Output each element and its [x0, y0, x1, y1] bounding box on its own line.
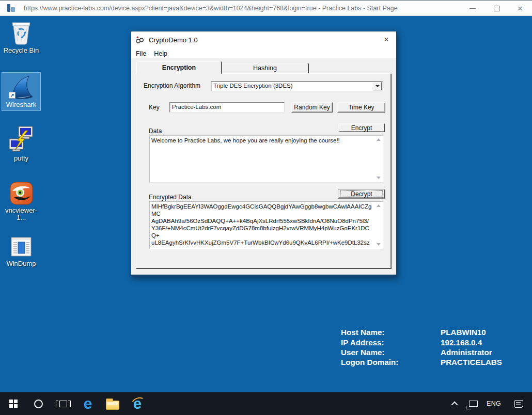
scrollbar-down-icon[interactable]: [377, 177, 381, 179]
shortcut-arrow-icon: ↗: [9, 92, 15, 99]
desktop-icon-label: putty: [2, 155, 40, 162]
desktop-icon-label: vncviewer-1...: [2, 207, 40, 221]
maximize-icon: [494, 6, 499, 11]
cryptodemo-menubar: File Help: [131, 49, 396, 58]
wireshark-icon: ↗: [2, 75, 40, 100]
close-icon: ×: [384, 35, 388, 44]
file-explorer-button[interactable]: [100, 392, 125, 415]
internet-explorer-icon: e: [133, 396, 142, 411]
cortana-icon: [34, 400, 43, 408]
windows-logo-icon: [9, 400, 18, 408]
start-button[interactable]: [1, 392, 26, 415]
encrypted-data-text: MIHfBgkrBgEEAYI3WAOggdEwgc4GCisGAQQBgjdY…: [151, 203, 372, 248]
taskbar: e e ENG: [0, 392, 532, 415]
task-view-button[interactable]: [51, 392, 75, 415]
host-info-block: Host Name: PLABWIN10 IP Address: 192.168…: [341, 327, 528, 368]
data-label: Data: [149, 127, 162, 135]
browser-window-controls: ×: [461, 1, 532, 17]
practice-labs-favicon: [7, 4, 16, 12]
cortana-button[interactable]: [26, 392, 51, 415]
key-input[interactable]: Practice-Labs.com: [169, 102, 285, 113]
encryption-algorithm-value: Triple DES Encryption (3DES): [213, 83, 293, 89]
browser-titlebar[interactable]: https://www.practice-labs.com/device.asp…: [0, 0, 532, 16]
encryption-algorithm-combobox[interactable]: Triple DES Encryption (3DES): [211, 81, 383, 91]
chevron-up-icon: [451, 401, 458, 408]
host-name-label: Host Name:: [341, 328, 441, 337]
encrypted-data-textarea[interactable]: MIHfBgkrBgEEAYI3WAOggdEwgc4GCisGAQQBgjdY…: [149, 201, 383, 249]
close-button[interactable]: ×: [508, 1, 532, 17]
desktop-icon-wireshark[interactable]: ↗ Wireshark: [2, 73, 40, 110]
action-center-icon: [514, 400, 523, 408]
encrypt-button[interactable]: Encrypt: [338, 123, 385, 132]
tab-encryption[interactable]: Encryption: [136, 61, 222, 74]
logon-domain-label: Logon Domain:: [341, 358, 441, 366]
network-status-button[interactable]: [464, 392, 482, 415]
vncviewer-icon: [2, 182, 40, 205]
minimize-icon: [470, 8, 476, 9]
data-textarea[interactable]: Welcome to Practice Labs, we hope you ar…: [149, 135, 383, 183]
desktop-icon-windump[interactable]: WinDump: [2, 235, 40, 267]
combo-dropdown-button[interactable]: [373, 82, 382, 90]
browser-title-text: https://www.practice-labs.com/device.asp…: [24, 5, 398, 12]
internet-explorer-button[interactable]: e: [125, 392, 150, 415]
windump-icon: [2, 235, 40, 259]
task-view-icon: [59, 401, 67, 407]
scrollbar-up-icon[interactable]: [377, 138, 381, 141]
desktop-icon-label: Recycle Bin: [2, 47, 40, 54]
edge-icon: e: [84, 396, 92, 411]
host-name-value: PLABWIN10: [441, 328, 486, 337]
cryptodemo-window: CryptoDemo 1.0 × File Help Encryption Ha…: [131, 31, 397, 277]
host-info-row: Host Name: PLABWIN10: [341, 327, 528, 337]
decrypt-button-label: Decrypt: [340, 190, 383, 197]
encrypted-data-label: Encrypted Data: [149, 194, 192, 201]
ip-address-value: 192.168.0.4: [441, 338, 482, 347]
edge-taskbar-button[interactable]: e: [75, 392, 100, 415]
cryptodemo-close-button[interactable]: ×: [380, 34, 393, 46]
time-key-button[interactable]: Time Key: [337, 102, 385, 113]
decrypt-button[interactable]: Decrypt: [338, 189, 385, 198]
language-indicator[interactable]: ENG: [482, 392, 505, 415]
random-key-button[interactable]: Random Key: [291, 102, 333, 113]
host-info-row: IP Address: 192.168.0.4: [341, 337, 528, 347]
tray-show-hidden-button[interactable]: [446, 392, 464, 415]
data-text: Welcome to Practice Labs, we hope you ar…: [151, 137, 372, 181]
scrollbar-down-icon[interactable]: [377, 243, 381, 246]
action-center-button[interactable]: [505, 392, 532, 415]
key-label: Key: [149, 104, 160, 111]
file-explorer-icon: [106, 401, 119, 410]
logon-domain-value: PRACTICELABS: [441, 358, 502, 366]
cryptodemo-app-icon: [135, 36, 144, 44]
system-tray: ENG: [446, 392, 532, 415]
key-value: Practice-Labs.com: [172, 104, 221, 110]
putty-icon: [2, 125, 40, 153]
minimize-button[interactable]: [461, 1, 484, 17]
menu-file[interactable]: File: [133, 50, 149, 57]
encryption-algorithm-label: Encryption Algorithm: [144, 82, 200, 89]
recycle-bin-icon: [2, 19, 40, 45]
menu-help[interactable]: Help: [151, 50, 170, 57]
desktop: https://www.practice-labs.com/device.asp…: [0, 0, 532, 415]
tab-hashing[interactable]: Hashing: [222, 63, 308, 73]
ip-address-label: IP Address:: [341, 338, 441, 347]
user-name-label: User Name:: [341, 348, 441, 357]
desktop-icon-label: WinDump: [2, 260, 40, 267]
close-icon: ×: [518, 5, 522, 13]
user-name-value: Administrator: [441, 348, 492, 357]
host-info-row: User Name: Administrator: [341, 347, 528, 357]
cryptodemo-titlebar[interactable]: CryptoDemo 1.0 ×: [131, 31, 396, 49]
desktop-icon-label: Wireshark: [2, 101, 40, 108]
desktop-icon-vncviewer[interactable]: vncviewer-1...: [2, 182, 40, 221]
scrollbar-up-icon[interactable]: [377, 204, 381, 207]
desktop-icon-recycle-bin[interactable]: Recycle Bin: [2, 19, 40, 54]
host-info-row: Logon Domain: PRACTICELABS: [341, 357, 528, 367]
network-icon: [469, 401, 478, 407]
language-label: ENG: [487, 400, 501, 407]
maximize-button[interactable]: [484, 1, 508, 17]
desktop-icon-putty[interactable]: putty: [2, 125, 40, 162]
cryptodemo-window-title: CryptoDemo 1.0: [149, 36, 198, 44]
chevron-down-icon: [375, 85, 380, 87]
